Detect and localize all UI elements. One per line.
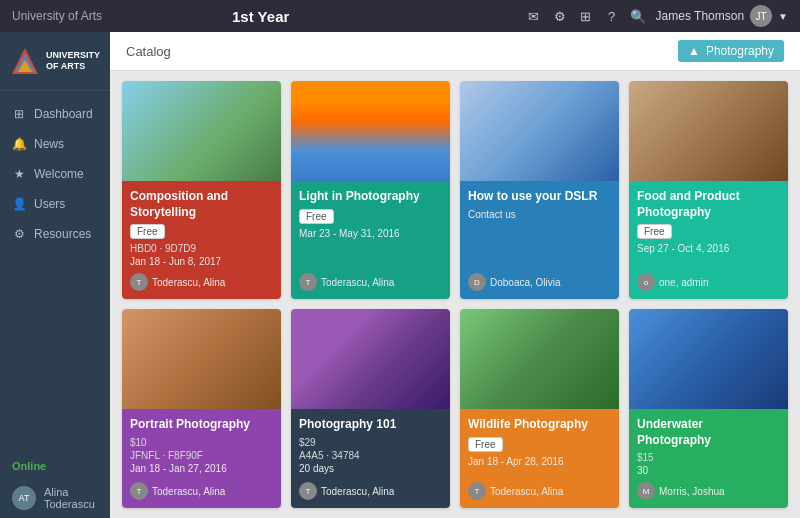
topbar-actions: ✉ ⚙ ⊞ ? 🔍 James Thomson JT ▼	[526, 5, 788, 27]
online-label: Online	[0, 454, 110, 478]
dashboard-icon: ⊞	[12, 107, 26, 121]
site-name: University of Arts	[12, 9, 102, 23]
content-area: Catalog ▲ Photography Composition and St…	[110, 32, 800, 518]
course-card[interactable]: Underwater Photography$1530 M Morris, Jo…	[629, 309, 788, 508]
sidebar: UNIVERSITY OF ARTS ⊞ Dashboard 🔔 News ★ …	[0, 32, 110, 518]
users-icon: 👤	[12, 197, 26, 211]
author-name: Toderascu, Alina	[152, 486, 225, 497]
course-code: JFNFL · F8F90F	[130, 450, 273, 461]
course-image	[122, 81, 281, 181]
author-name: one, admin	[659, 277, 708, 288]
free-badge: Free	[130, 224, 165, 239]
welcome-icon: ★	[12, 167, 26, 181]
news-icon: 🔔	[12, 137, 26, 151]
nav-label: Welcome	[34, 167, 84, 181]
course-price: $29	[299, 437, 442, 448]
card-info: Portrait Photography$10JFNFL · F8F90FJan…	[122, 409, 281, 508]
card-info: Composition and StorytellingFreeHBD0 · 9…	[122, 181, 281, 299]
sidebar-username: Alina Toderascu	[44, 486, 98, 510]
card-info: Underwater Photography$1530 M Morris, Jo…	[629, 409, 788, 508]
course-image	[291, 309, 450, 409]
author-name: Toderascu, Alina	[152, 277, 225, 288]
catalog-bar: Catalog ▲ Photography	[110, 32, 800, 71]
course-dates: Jan 18 - Jun 8, 2017	[130, 256, 273, 267]
help-icon[interactable]: ?	[604, 8, 620, 24]
nav-label: Users	[34, 197, 65, 211]
course-author: T Toderascu, Alina	[130, 482, 273, 500]
course-code: HBD0 · 9D7D9	[130, 243, 273, 254]
photography-filter[interactable]: ▲ Photography	[678, 40, 784, 62]
course-dates: Jan 18 - Apr 28, 2016	[468, 456, 611, 467]
course-image	[629, 309, 788, 409]
card-info: Light in PhotographyFreeMar 23 - May 31,…	[291, 181, 450, 299]
grid-icon[interactable]: ⊞	[578, 8, 594, 24]
nav-label: Resources	[34, 227, 91, 241]
topbar: University of Arts 1st Year ✉ ⚙ ⊞ ? 🔍 Ja…	[0, 0, 800, 32]
card-info: Photography 101$29A4A5 · 3478420 days T …	[291, 409, 450, 508]
course-card[interactable]: Portrait Photography$10JFNFL · F8F90FJan…	[122, 309, 281, 508]
course-author: T Toderascu, Alina	[299, 273, 442, 291]
sidebar-logo: UNIVERSITY OF ARTS	[0, 32, 110, 91]
author-name: Morris, Joshua	[659, 486, 725, 497]
course-card[interactable]: Wildlife PhotographyFreeJan 18 - Apr 28,…	[460, 309, 619, 508]
course-card[interactable]: Photography 101$29A4A5 · 3478420 days T …	[291, 309, 450, 508]
dropdown-icon[interactable]: ▼	[778, 11, 788, 22]
course-title: How to use your DSLR	[468, 189, 611, 205]
author-avatar: T	[299, 273, 317, 291]
course-image	[629, 81, 788, 181]
course-card[interactable]: Light in PhotographyFreeMar 23 - May 31,…	[291, 81, 450, 299]
catalog-grid: Composition and StorytellingFreeHBD0 · 9…	[110, 71, 800, 518]
sidebar-item-news[interactable]: 🔔 News	[0, 129, 110, 159]
sidebar-nav: ⊞ Dashboard 🔔 News ★ Welcome 👤 Users ⚙ R…	[0, 91, 110, 454]
user-info: James Thomson JT ▼	[656, 5, 788, 27]
sidebar-item-resources[interactable]: ⚙ Resources	[0, 219, 110, 249]
course-author: o one, admin	[637, 273, 780, 291]
author-avatar: o	[637, 273, 655, 291]
course-card[interactable]: Food and Product PhotographyFreeSep 27 -…	[629, 81, 788, 299]
filter-label: Photography	[706, 44, 774, 58]
card-info: How to use your DSLRContact us D Doboaca…	[460, 181, 619, 299]
logo-icon	[10, 46, 40, 76]
course-image	[291, 81, 450, 181]
page-title: 1st Year	[102, 8, 526, 25]
course-card[interactable]: Composition and StorytellingFreeHBD0 · 9…	[122, 81, 281, 299]
catalog-label: Catalog	[126, 44, 171, 59]
free-badge: Free	[637, 224, 672, 239]
sidebar-item-dashboard[interactable]: ⊞ Dashboard	[0, 99, 110, 129]
settings-icon[interactable]: ⚙	[552, 8, 568, 24]
main-layout: UNIVERSITY OF ARTS ⊞ Dashboard 🔔 News ★ …	[0, 32, 800, 518]
course-title: Composition and Storytelling	[130, 189, 273, 220]
filter-chevron: ▲	[688, 44, 700, 58]
course-dates: Mar 23 - May 31, 2016	[299, 228, 442, 239]
search-icon[interactable]: 🔍	[630, 8, 646, 24]
course-image	[460, 309, 619, 409]
card-info: Wildlife PhotographyFreeJan 18 - Apr 28,…	[460, 409, 619, 508]
sidebar-item-welcome[interactable]: ★ Welcome	[0, 159, 110, 189]
course-card[interactable]: How to use your DSLRContact us D Doboaca…	[460, 81, 619, 299]
free-badge: Free	[468, 437, 503, 452]
course-author: T Toderascu, Alina	[130, 273, 273, 291]
author-avatar: D	[468, 273, 486, 291]
course-code: A4A5 · 34784	[299, 450, 442, 461]
course-dates: 30	[637, 465, 780, 476]
free-badge: Free	[299, 209, 334, 224]
course-image	[122, 309, 281, 409]
course-price: $10	[130, 437, 273, 448]
author-avatar: M	[637, 482, 655, 500]
course-dates: Jan 18 - Jan 27, 2016	[130, 463, 273, 474]
nav-label: Dashboard	[34, 107, 93, 121]
author-avatar: T	[130, 482, 148, 500]
course-image	[460, 81, 619, 181]
course-title: Portrait Photography	[130, 417, 273, 433]
user-name: James Thomson	[656, 9, 744, 23]
course-price: $15	[637, 452, 780, 463]
avatar: JT	[750, 5, 772, 27]
author-name: Toderascu, Alina	[321, 277, 394, 288]
mail-icon[interactable]: ✉	[526, 8, 542, 24]
course-title: Light in Photography	[299, 189, 442, 205]
course-author: T Toderascu, Alina	[299, 482, 442, 500]
course-dates: 20 days	[299, 463, 442, 474]
resources-icon: ⚙	[12, 227, 26, 241]
course-title: Wildlife Photography	[468, 417, 611, 433]
sidebar-item-users[interactable]: 👤 Users	[0, 189, 110, 219]
